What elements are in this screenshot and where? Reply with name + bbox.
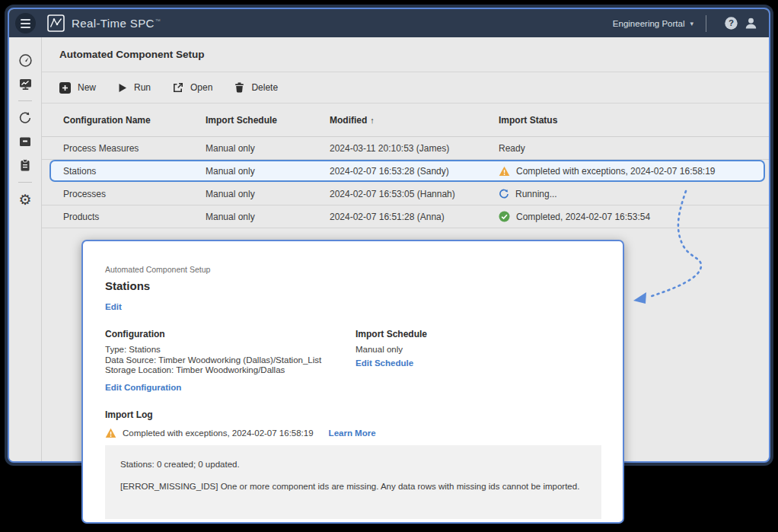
play-icon bbox=[118, 83, 127, 93]
plus-icon bbox=[59, 82, 71, 94]
column-header-import-schedule[interactable]: Import Schedule bbox=[206, 115, 330, 126]
user-account-button[interactable] bbox=[743, 16, 758, 31]
trash-icon bbox=[234, 82, 244, 93]
dashboard-gauge-icon[interactable] bbox=[14, 49, 36, 71]
chevron-down-icon: ▾ bbox=[690, 20, 694, 27]
column-header-import-status[interactable]: Import Status bbox=[499, 115, 769, 126]
cell-modified: 2024-02-07 16:53:05 (Hannah) bbox=[330, 189, 499, 199]
log-line: [ERROR_MISSING_IDS] One or more componen… bbox=[120, 482, 586, 491]
trademark: ™ bbox=[155, 18, 161, 24]
import-log-heading: Import Log bbox=[105, 409, 623, 420]
configuration-type: Type: Stations bbox=[105, 345, 356, 355]
clipboard-icon[interactable] bbox=[14, 155, 36, 176]
detail-breadcrumb: Automated Component Setup bbox=[105, 265, 623, 274]
cell-configuration-name: Stations bbox=[63, 166, 206, 177]
table-row-selected[interactable]: Stations Manual only 2024-02-07 16:53:28… bbox=[42, 160, 769, 183]
configuration-heading: Configuration bbox=[105, 329, 356, 339]
new-button[interactable]: New bbox=[59, 82, 96, 94]
app-title: Real-Time SPC™ bbox=[72, 17, 161, 30]
sidebar-divider bbox=[18, 182, 32, 183]
storage-box-icon[interactable] bbox=[14, 131, 36, 152]
configuration-storage-location: Storage Location: Timber Woodworking/Dal… bbox=[105, 365, 356, 376]
import-schedule-section: Import Schedule Manual only Edit Schedul… bbox=[356, 329, 427, 393]
portal-selector-dropdown[interactable]: Engineering Portal ▾ bbox=[613, 19, 694, 28]
import-log-output: Stations: 0 created; 0 updated. [ERROR_M… bbox=[105, 445, 601, 519]
cell-modified: 2024-03-11 20:10:53 (James) bbox=[330, 143, 499, 154]
cell-import-schedule: Manual only bbox=[206, 143, 330, 154]
delete-button[interactable]: Delete bbox=[234, 82, 278, 93]
edit-link[interactable]: Edit bbox=[105, 302, 122, 311]
cell-import-schedule: Manual only bbox=[206, 166, 330, 177]
open-external-icon bbox=[173, 82, 183, 93]
svg-text:?: ? bbox=[728, 18, 733, 27]
configuration-section: Configuration Type: Stations Data Source… bbox=[105, 329, 356, 393]
sync-icon[interactable] bbox=[14, 107, 36, 129]
sidebar-divider bbox=[18, 100, 32, 101]
running-refresh-icon bbox=[499, 189, 509, 199]
cell-import-status: Running... bbox=[499, 189, 769, 199]
import-log-status: Completed with exceptions, 2024-02-07 16… bbox=[123, 428, 314, 438]
header-divider bbox=[706, 15, 706, 32]
gear-icon[interactable]: ⚙ bbox=[14, 189, 36, 210]
help-button[interactable]: ? bbox=[723, 16, 738, 31]
warning-icon bbox=[499, 166, 510, 177]
edit-schedule-link[interactable]: Edit Schedule bbox=[356, 358, 413, 368]
cell-import-status: Completed with exceptions, 2024-02-07 16… bbox=[499, 166, 769, 177]
success-check-icon bbox=[499, 211, 510, 222]
cell-import-status: Ready bbox=[499, 143, 769, 154]
column-header-modified[interactable]: Modified↑ bbox=[330, 115, 499, 126]
detail-title: Stations bbox=[105, 279, 623, 292]
app-header: Real-Time SPC™ Engineering Portal ▾ ? bbox=[9, 9, 769, 37]
log-line: Stations: 0 created; 0 updated. bbox=[120, 460, 586, 469]
page-title: Automated Component Setup bbox=[59, 49, 205, 60]
table-row[interactable]: Products Manual only 2024-02-07 16:51:28… bbox=[42, 205, 769, 228]
cell-configuration-name: Products bbox=[63, 212, 206, 222]
table-row[interactable]: Process Measures Manual only 2024-03-11 … bbox=[42, 137, 769, 160]
monitor-chart-icon[interactable] bbox=[14, 73, 36, 94]
cell-configuration-name: Process Measures bbox=[63, 143, 206, 154]
toolbar: New Run Open bbox=[42, 72, 769, 104]
import-schedule-heading: Import Schedule bbox=[356, 329, 427, 339]
detail-panel: Automated Component Setup Stations Edit … bbox=[81, 240, 624, 524]
configuration-data-source: Data Source: Timber Woodworking (Dallas)… bbox=[105, 355, 356, 366]
table-row[interactable]: Processes Manual only 2024-02-07 16:53:0… bbox=[42, 183, 769, 205]
cell-import-status: Completed, 2024-02-07 16:53:54 bbox=[499, 211, 769, 222]
cell-import-schedule: Manual only bbox=[206, 212, 330, 222]
warning-icon bbox=[105, 428, 116, 438]
cell-configuration-name: Processes bbox=[63, 189, 206, 199]
learn-more-link[interactable]: Learn More bbox=[329, 428, 376, 438]
hamburger-menu-button[interactable] bbox=[15, 13, 36, 33]
cell-modified: 2024-02-07 16:53:28 (Sandy) bbox=[330, 166, 499, 177]
table-header-row: Configuration Name Import Schedule Modif… bbox=[42, 104, 769, 137]
run-button[interactable]: Run bbox=[118, 82, 151, 93]
edit-configuration-link[interactable]: Edit Configuration bbox=[105, 383, 181, 392]
column-header-configuration-name[interactable]: Configuration Name bbox=[63, 115, 206, 126]
cell-modified: 2024-02-07 16:51:28 (Anna) bbox=[330, 212, 499, 222]
cell-import-schedule: Manual only bbox=[206, 189, 330, 199]
portal-selector-label: Engineering Portal bbox=[613, 19, 685, 28]
sort-ascending-icon: ↑ bbox=[370, 116, 375, 125]
open-button[interactable]: Open bbox=[173, 82, 212, 93]
app-logo-icon bbox=[47, 14, 65, 32]
left-sidebar: ⚙ bbox=[9, 37, 42, 461]
import-schedule-value: Manual only bbox=[356, 345, 427, 355]
